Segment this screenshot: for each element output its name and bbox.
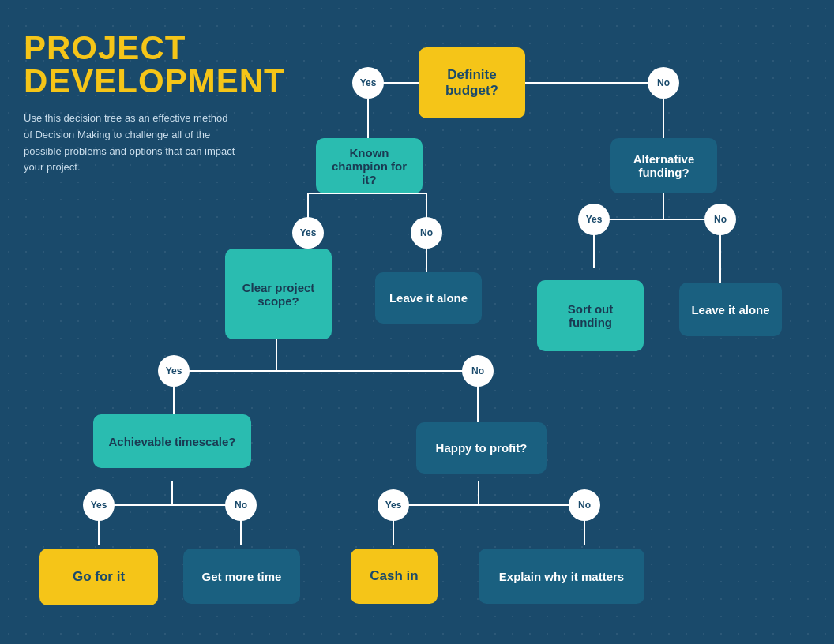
circle-no-scope-right: No [462,355,494,387]
node-go-for-it: Go for it [39,549,158,605]
circle-no-alt-right: No [704,204,736,235]
circle-yes-top: Yes [352,67,384,99]
node-leave-it-alone-1: Leave it alone [375,272,482,324]
node-clear-project-scope: Clear project scope? [225,249,332,339]
node-happy-to-profit: Happy to profit? [416,422,547,474]
circle-no-champion-right: No [411,217,442,249]
circle-no-top: No [648,67,679,99]
node-get-more-time: Get more time [183,549,300,604]
circle-yes-scope-left: Yes [158,355,190,387]
node-definite-budget: Definite budget? [419,47,525,118]
page-container: PROJECT DEVELOPMENT Use this decision tr… [0,0,834,644]
circle-yes-achievable-left: Yes [83,489,115,521]
circle-yes-alt-left: Yes [578,204,610,235]
node-explain-why: Explain why it matters [479,549,644,604]
node-leave-it-alone-2: Leave it alone [679,283,782,336]
title-line1: PROJECT DEVELOPMENT [24,32,237,98]
node-cash-in: Cash in [351,549,438,604]
circle-no-profit-right: No [569,489,600,521]
node-known-champion: Known champion for it? [316,138,423,193]
title-area: PROJECT DEVELOPMENT Use this decision tr… [24,32,237,176]
title-description: Use this decision tree as an effective m… [24,110,237,176]
circle-no-achievable-right: No [225,489,257,521]
node-alternative-funding: Alternative funding? [610,138,717,193]
circle-yes-champion-left: Yes [292,217,324,249]
node-achievable-timescale: Achievable timescale? [93,414,251,468]
circle-yes-profit-left: Yes [378,489,409,521]
node-sort-out-funding: Sort out funding [537,280,644,351]
